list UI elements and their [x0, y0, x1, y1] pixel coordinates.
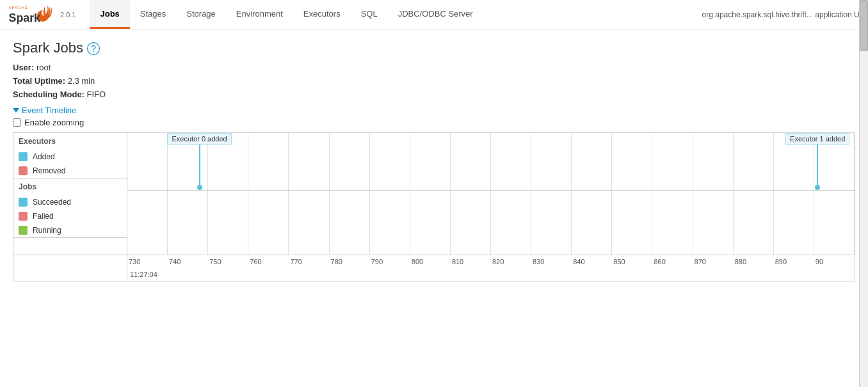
tick-label: 890: [774, 255, 814, 265]
legend-item-failed: Failed: [13, 209, 127, 223]
added-color-box: [19, 152, 28, 161]
grid-cell: [248, 191, 289, 255]
tick-label: 760: [248, 255, 289, 265]
tick-label: 880: [734, 255, 774, 265]
grid-cell: [734, 133, 774, 190]
app-info: org.apache.spark.sql.hive.thrift... appl…: [702, 10, 862, 19]
grid-cell: [612, 191, 652, 255]
timeline-body: Executors Added Removed Jobs Succ: [13, 133, 855, 255]
main-content: Spark Jobs ? User: root Total Uptime: 2.…: [0, 29, 868, 292]
tick-label: 780: [330, 255, 370, 265]
running-label: Running: [33, 226, 61, 235]
executor-0-line: [199, 145, 200, 185]
grid-cell: [572, 133, 612, 190]
tick-label: 820: [491, 255, 531, 265]
jobs-grid-lines: [127, 191, 855, 255]
grid-cell: [208, 191, 248, 255]
executors-grid-lines: [127, 133, 855, 190]
spark-version: 2.0.1: [60, 11, 76, 19]
tab-jdbc[interactable]: JDBC/ODBC Server: [388, 0, 483, 29]
tick-label: 850: [612, 255, 652, 265]
running-color-box: [19, 226, 28, 235]
legend-item-succeeded: Succeeded: [13, 195, 127, 209]
tick-label: 860: [652, 255, 693, 265]
tab-jobs[interactable]: Jobs: [90, 0, 129, 29]
legend-item-added: Added: [13, 150, 127, 164]
chart-grid: Executor 0 added Executor 1 added: [127, 133, 855, 255]
spark-logo: Spark APACHE: [6, 3, 58, 26]
help-icon[interactable]: ?: [87, 42, 100, 55]
tab-stages[interactable]: Stages: [130, 0, 176, 29]
grid-cell: [572, 191, 612, 255]
grid-cell: [330, 133, 370, 190]
enable-zoom-checkbox[interactable]: [13, 118, 21, 127]
grid-cell: [491, 191, 531, 255]
tick-labels: 7307407507607707807908008108208308408508…: [127, 255, 855, 265]
axis-timestamp: 11:27:04: [130, 271, 157, 278]
grid-cell: [370, 191, 410, 255]
grid-cell: [652, 133, 693, 190]
executor-0-event: Executor 0 added: [167, 133, 231, 190]
tick-label: 740: [168, 255, 208, 265]
timeline-chart: Executor 0 added Executor 1 added: [127, 133, 855, 255]
event-timeline-toggle[interactable]: Event Timeline: [13, 106, 855, 115]
grid-cell: [693, 191, 734, 255]
tick-label: 800: [410, 255, 451, 265]
scheduling-info: Scheduling Mode: FIFO: [13, 90, 855, 99]
tick-label: 870: [693, 255, 734, 265]
legend-item-removed: Removed: [13, 164, 127, 178]
tick-label: 90: [814, 255, 855, 265]
brand: Spark APACHE 2.0.1: [6, 3, 83, 26]
grid-cell: [612, 133, 652, 190]
executor-1-label: Executor 1 added: [785, 133, 849, 145]
grid-cell: [734, 191, 774, 255]
jobs-legend-section: Jobs Succeeded Failed Running: [13, 178, 127, 238]
uptime-info: Total Uptime: 2.3 min: [13, 76, 855, 86]
tick-label: 750: [208, 255, 248, 265]
succeeded-color-box: [19, 198, 28, 207]
executor-0-label: Executor 0 added: [167, 133, 231, 145]
event-timeline-header: Event Timeline: [13, 106, 855, 115]
nav-tabs: Jobs Stages Storage Environment Executor…: [90, 0, 483, 29]
tick-label: 840: [572, 255, 612, 265]
executor-1-event: Executor 1 added: [785, 133, 849, 190]
grid-cell: [491, 133, 531, 190]
grid-cell: [289, 191, 329, 255]
grid-cell: [451, 133, 491, 190]
axis-row: 7307407507607707807908008108208308408508…: [13, 255, 855, 281]
svg-text:Spark: Spark: [9, 11, 40, 24]
axis-ticks: 7307407507607707807908008108208308408508…: [127, 255, 855, 281]
scrollbar-thumb[interactable]: [860, 0, 868, 51]
executors-legend-title: Executors: [13, 133, 127, 150]
axis-labels-area: [13, 255, 127, 281]
tab-sql[interactable]: SQL: [351, 0, 388, 29]
executor-0-dot: [197, 185, 202, 190]
tick-label: 730: [127, 255, 168, 265]
triangle-icon: [13, 108, 19, 113]
executor-1-dot: [815, 185, 820, 190]
executors-legend-section: Executors Added Removed: [13, 133, 127, 178]
page-scrollbar[interactable]: [859, 0, 868, 292]
grid-cell: [451, 191, 491, 255]
grid-cell: [127, 191, 168, 255]
grid-cell: [531, 133, 572, 190]
grid-cell: [410, 133, 451, 190]
page-title: Spark Jobs ?: [13, 40, 855, 56]
tick-label: 830: [531, 255, 572, 265]
succeeded-label: Succeeded: [33, 198, 71, 207]
enable-zoom-row: Enable zooming: [13, 118, 855, 127]
tab-storage[interactable]: Storage: [176, 0, 226, 29]
executor-1-line: [817, 145, 818, 185]
tab-executors[interactable]: Executors: [293, 0, 351, 29]
grid-cell: [330, 191, 370, 255]
grid-cell: [127, 133, 168, 190]
tick-label: 790: [370, 255, 410, 265]
grid-cell: [289, 133, 329, 190]
failed-label: Failed: [33, 212, 54, 221]
jobs-row: [127, 191, 855, 255]
tab-environment[interactable]: Environment: [226, 0, 293, 29]
tick-label: 770: [289, 255, 329, 265]
user-info: User: root: [13, 63, 855, 72]
legend-item-running: Running: [13, 223, 127, 237]
grid-cell: [531, 191, 572, 255]
